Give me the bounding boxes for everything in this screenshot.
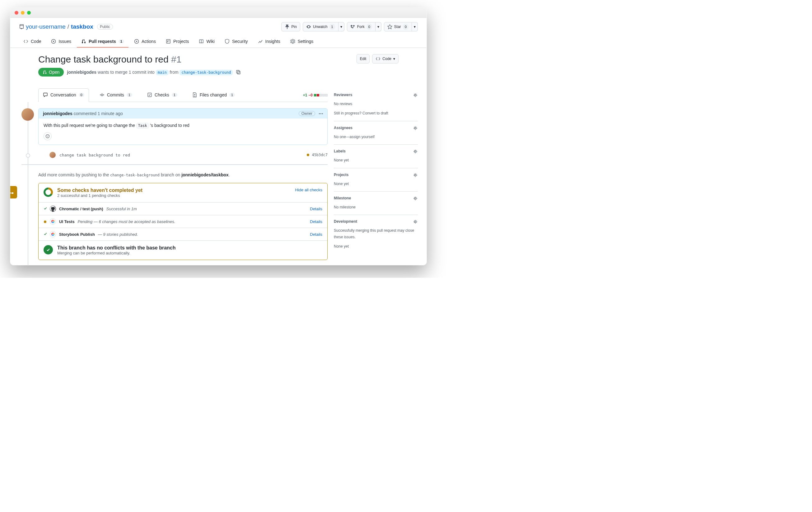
gear-icon[interactable] xyxy=(413,196,418,201)
star-button[interactable]: Star 0 xyxy=(384,22,412,31)
check-description: Pending — 6 changes must be accepted as … xyxy=(78,219,175,224)
head-branch[interactable]: change-task-background xyxy=(179,70,233,75)
macos-titlebar xyxy=(10,8,427,18)
chromatic-logo-icon xyxy=(50,231,56,237)
commit-message[interactable]: change task background to red xyxy=(59,153,130,157)
check-details-link[interactable]: Details xyxy=(310,207,322,211)
author-avatar[interactable] xyxy=(22,108,34,121)
check-name: Storybook Publish xyxy=(59,232,95,237)
development-none: None yet xyxy=(334,243,418,249)
repo-header: your-username / taskbox Public Pin Unwat… xyxy=(10,18,427,48)
subtab-checks[interactable]: Checks1 xyxy=(143,88,182,102)
tab-projects[interactable]: Projects xyxy=(162,36,194,48)
subtab-files-changed[interactable]: Files changed1 xyxy=(188,88,239,102)
book-icon xyxy=(199,39,204,44)
repo-owner-link[interactable]: your-username xyxy=(26,23,66,30)
base-branch[interactable]: main xyxy=(156,70,169,75)
star-caret[interactable]: ▾ xyxy=(412,22,418,31)
fork-button[interactable]: Fork 0 xyxy=(347,22,376,31)
issue-icon xyxy=(51,39,56,44)
check-status-icon xyxy=(44,219,47,224)
tab-pull-requests[interactable]: Pull requests1 xyxy=(77,36,128,48)
repo-name-link[interactable]: taskbox xyxy=(71,23,93,30)
svg-point-29 xyxy=(415,174,416,176)
code-icon xyxy=(23,39,28,44)
convert-to-draft-link[interactable]: Convert to draft xyxy=(362,111,388,115)
svg-point-30 xyxy=(415,198,416,199)
check-row: Storybook Publish — 9 stories published.… xyxy=(38,228,327,241)
pr-author[interactable]: jonniebigodes xyxy=(67,70,96,74)
commit-status-dot[interactable] xyxy=(307,154,309,156)
add-reaction-button[interactable] xyxy=(44,132,52,140)
reviewers-hint: Still in progress? xyxy=(334,111,362,115)
tab-settings-label: Settings xyxy=(298,39,314,44)
star-count: 0 xyxy=(403,24,408,30)
subtab-conversation[interactable]: Conversation0 xyxy=(38,88,89,102)
check-row: Chromatic / test (push) Successful in 1m… xyxy=(38,203,327,215)
check-row: UI Tests Pending — 6 changes must be acc… xyxy=(38,215,327,228)
assign-yourself-link[interactable]: assign yourself xyxy=(350,135,375,139)
check-status-icon xyxy=(44,207,47,211)
projects-body: None yet xyxy=(334,181,418,187)
sidebar-labels-title: Labels xyxy=(334,149,346,154)
edit-title-button[interactable]: Edit xyxy=(356,54,370,63)
tab-settings[interactable]: Settings xyxy=(286,36,318,48)
subtab-commits[interactable]: Commits1 xyxy=(95,88,137,102)
subtab-checks-label: Checks xyxy=(155,92,169,97)
tab-insights[interactable]: Insights xyxy=(254,36,285,48)
sidebar-reviewers-title: Reviewers xyxy=(334,93,352,98)
gear-icon[interactable] xyxy=(413,173,418,178)
comment-menu-button[interactable] xyxy=(319,113,323,114)
hide-checks-link[interactable]: Hide all checks xyxy=(295,187,322,192)
svg-point-26 xyxy=(415,95,416,96)
success-circle-icon xyxy=(44,245,53,254)
tab-issues-label: Issues xyxy=(58,39,71,44)
tab-security-label: Security xyxy=(232,39,248,44)
svg-point-13 xyxy=(12,192,14,194)
push-hint: Add more commits by pushing to the chang… xyxy=(22,164,328,183)
tab-wiki[interactable]: Wiki xyxy=(195,36,219,48)
diffstat-additions: +1 xyxy=(303,93,308,97)
checks-box: Some checks haven't completed yet 2 succ… xyxy=(38,183,328,260)
commit-author-avatar[interactable] xyxy=(50,152,56,158)
assignees-body: No one— xyxy=(334,135,350,139)
close-window-button[interactable] xyxy=(14,11,18,14)
gear-icon[interactable] xyxy=(413,219,418,224)
tab-security[interactable]: Security xyxy=(220,36,252,48)
comment-body: With this pull request we're going to ch… xyxy=(38,119,327,132)
tab-actions[interactable]: Actions xyxy=(130,36,160,48)
code-dropdown-button[interactable]: Code ▾ xyxy=(372,54,399,63)
push-hint-repo: jonniebigodes/taskbox xyxy=(181,172,229,177)
file-diff-icon xyxy=(192,92,197,97)
comment-header-text: jonniebigodes commented 1 minute ago xyxy=(43,111,123,116)
pull-request-icon xyxy=(42,70,47,74)
tab-issues[interactable]: Issues xyxy=(47,36,75,48)
tab-code[interactable]: Code xyxy=(19,36,46,48)
commit-sha[interactable]: 45b3dc7 xyxy=(312,153,328,157)
unwatch-button[interactable]: Unwatch 1 xyxy=(303,22,339,31)
gear-icon[interactable] xyxy=(413,149,418,154)
unwatch-caret[interactable]: ▾ xyxy=(339,22,344,31)
sidebar-assignees-title: Assignees xyxy=(334,126,352,131)
minimize-window-button[interactable] xyxy=(21,11,25,14)
copy-icon[interactable] xyxy=(236,70,241,74)
comment-author[interactable]: jonniebigodes xyxy=(43,111,72,116)
tab-actions-label: Actions xyxy=(142,39,156,44)
inline-code: Task xyxy=(136,123,149,128)
eye-icon xyxy=(306,24,311,29)
svg-rect-4 xyxy=(237,71,240,74)
gear-icon xyxy=(290,39,295,44)
check-details-link[interactable]: Details xyxy=(310,219,322,224)
maximize-window-button[interactable] xyxy=(27,11,31,14)
svg-point-6 xyxy=(101,94,103,96)
unwatch-label: Unwatch xyxy=(313,24,328,30)
gear-icon[interactable] xyxy=(413,126,418,131)
pin-button[interactable]: Pin xyxy=(281,22,300,31)
pr-sidebar: Reviewers No reviewsStill in progress? C… xyxy=(334,88,418,265)
check-details-link[interactable]: Details xyxy=(310,232,322,237)
gear-icon[interactable] xyxy=(413,93,418,98)
pin-label: Pin xyxy=(291,24,297,30)
fork-caret[interactable]: ▾ xyxy=(376,22,381,31)
tab-pulls-label: Pull requests xyxy=(89,39,116,44)
checklist-icon xyxy=(147,92,152,97)
